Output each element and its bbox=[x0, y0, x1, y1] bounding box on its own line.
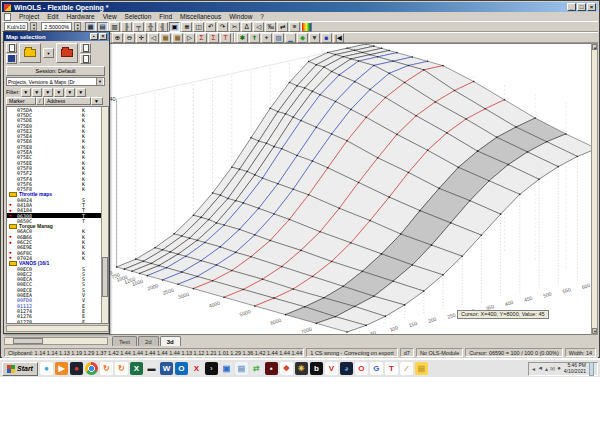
panel-horizontal-scrollbar[interactable] bbox=[6, 325, 109, 332]
menu-item-edit[interactable]: Edit bbox=[43, 13, 62, 20]
menu-item-window[interactable]: Window bbox=[225, 13, 256, 20]
compare-icon[interactable]: ◁ bbox=[253, 22, 264, 32]
taskbar-media-player-icon[interactable]: ▶ bbox=[55, 362, 68, 375]
redo-icon[interactable]: ↷ bbox=[217, 22, 228, 32]
end-icon[interactable]: |◀ bbox=[333, 33, 344, 43]
taskbar-notepad-icon[interactable]: ▤ bbox=[235, 362, 248, 375]
taskbar-opera-icon[interactable]: O bbox=[355, 362, 368, 375]
panel-pin-button[interactable]: ▪ bbox=[90, 33, 98, 40]
view-3d-icon[interactable]: ▤ bbox=[97, 22, 108, 32]
zoom-out-icon[interactable]: ⊖ bbox=[124, 33, 135, 43]
tray-volume-icon[interactable]: ◄ bbox=[537, 365, 543, 372]
menu-item-[interactable]: ? bbox=[256, 13, 268, 20]
panel-title-bar[interactable]: Map selection ▪ × bbox=[4, 32, 109, 41]
taskbar-remote-icon[interactable]: ⇄ bbox=[250, 362, 263, 375]
taskbar-red-v-icon[interactable]: V bbox=[325, 362, 338, 375]
pointer-icon[interactable]: ✛ bbox=[136, 33, 147, 43]
axis-both-icon[interactable]: ╬ bbox=[145, 22, 156, 32]
document-menu-icon[interactable] bbox=[4, 13, 11, 21]
tray-net-icon[interactable]: ◂ bbox=[532, 365, 535, 372]
folder-blue-icon[interactable]: ▨ bbox=[273, 33, 284, 43]
filter-button-2[interactable]: ▼ bbox=[32, 88, 42, 97]
back-icon[interactable]: ◁ bbox=[148, 33, 159, 43]
factor-spinner[interactable]: ▲▼ bbox=[30, 22, 37, 31]
taskbar-red-x-icon[interactable]: X bbox=[190, 362, 203, 375]
maximize-button[interactable]: □ bbox=[577, 3, 586, 11]
menu-item-miscellaneous[interactable]: Miscellaneous bbox=[176, 13, 225, 20]
taskbar-terminal-icon[interactable]: › bbox=[205, 362, 218, 375]
target-icon[interactable]: ✝ bbox=[249, 33, 260, 43]
taskbar-no-entry-icon[interactable]: ● bbox=[70, 362, 83, 375]
zoom-in-icon[interactable]: ⊕ bbox=[112, 33, 123, 43]
map-window-icon[interactable]: ▣ bbox=[169, 22, 180, 32]
camera-icon[interactable]: ▦ bbox=[160, 33, 171, 43]
menu-item-find[interactable]: Find bbox=[155, 13, 176, 20]
tab-3d[interactable]: 3d bbox=[160, 336, 181, 346]
filter-button-3[interactable]: ▼ bbox=[43, 88, 53, 97]
map-list[interactable]: 075DAK075DCK075DEK075E0K075E2K075E4K075E… bbox=[6, 106, 109, 324]
taskbar-blue-swirl-icon[interactable]: ◕ bbox=[340, 362, 353, 375]
menu-item-selection[interactable]: Selection bbox=[121, 13, 156, 20]
columns-icon[interactable]: ◫ bbox=[193, 22, 204, 32]
sigma-icon[interactable]: Σ bbox=[208, 33, 219, 43]
column-address[interactable]: Address bbox=[44, 97, 91, 105]
start-button[interactable]: Start bbox=[2, 362, 38, 376]
chevron-down-icon[interactable]: ▼ bbox=[96, 78, 103, 85]
throttle-map-surface[interactable]: 1400501001502002503003504004505005506006… bbox=[110, 44, 594, 335]
tray-usb-icon[interactable]: ▴ bbox=[545, 365, 548, 372]
open-dropdown-button[interactable]: ▼ bbox=[43, 48, 54, 58]
taskbar-b-circle-icon[interactable]: b bbox=[310, 362, 323, 375]
swap-icon[interactable]: ⇄ bbox=[277, 22, 288, 32]
taskbar-gallery-icon[interactable]: ✳ bbox=[295, 362, 308, 375]
scroll-down-icon[interactable]: ▼ bbox=[592, 328, 597, 334]
taskbar-g-circle-icon[interactable]: G bbox=[370, 362, 383, 375]
multiply-icon[interactable]: ✂ bbox=[229, 22, 240, 32]
taskbar-photos-icon[interactable]: ❖ bbox=[280, 362, 293, 375]
column-sort-icon[interactable]: ▼ bbox=[91, 97, 103, 105]
panel-close-button[interactable]: × bbox=[99, 33, 107, 40]
map-list-icon[interactable]: ≣ bbox=[181, 22, 192, 32]
show-desktop-button[interactable] bbox=[589, 362, 594, 376]
percent-spinner[interactable]: ▲▼ bbox=[74, 22, 81, 31]
combo-icon[interactable]: ▼ bbox=[309, 33, 320, 43]
new-project-button[interactable] bbox=[6, 43, 17, 53]
column-slash[interactable]: / bbox=[36, 97, 44, 105]
filter-button-6[interactable]: ▼ bbox=[76, 88, 86, 97]
export-button[interactable] bbox=[80, 43, 91, 53]
taskbar-swirl-orange2-icon[interactable]: ↻ bbox=[115, 362, 128, 375]
tray-msg-icon[interactable]: ✉ bbox=[550, 365, 555, 372]
axis-left-icon[interactable]: ╟ bbox=[121, 22, 132, 32]
sigma-red-icon[interactable]: Σ bbox=[196, 33, 207, 43]
column-marker[interactable]: Marker bbox=[6, 97, 36, 105]
view-2d-icon[interactable]: ▦ bbox=[85, 22, 96, 32]
delta-icon[interactable]: Δ bbox=[241, 22, 252, 32]
scroll-thumb[interactable] bbox=[102, 257, 108, 297]
taskbar-word-icon[interactable]: W bbox=[160, 362, 173, 375]
close-button[interactable]: × bbox=[587, 3, 596, 11]
axis-right-icon[interactable]: ╢ bbox=[157, 22, 168, 32]
keys-icon[interactable]: ✱ bbox=[237, 33, 248, 43]
taskbar-drop-icon[interactable]: ● bbox=[40, 362, 53, 375]
play-icon[interactable]: ▷ bbox=[184, 33, 195, 43]
taskbar-antenna-icon[interactable]: T bbox=[385, 362, 398, 375]
taskbar-sticky-notes-icon[interactable]: ▤ bbox=[415, 362, 428, 375]
menu-item-project[interactable]: Project bbox=[15, 13, 43, 20]
taskbar-swirl-orange-icon[interactable]: ↻ bbox=[100, 362, 113, 375]
open-project-button[interactable] bbox=[19, 43, 41, 63]
axis-top-icon[interactable]: ╤ bbox=[133, 22, 144, 32]
taskbar-chrome-icon[interactable] bbox=[85, 362, 98, 375]
percent-icon[interactable]: ‰ bbox=[265, 22, 276, 32]
import-file-button[interactable] bbox=[56, 43, 78, 63]
chart-icon[interactable]: ▁ bbox=[285, 33, 296, 43]
percent-field[interactable]: 2.50000% bbox=[41, 22, 72, 31]
scope-dropdown[interactable]: Projects, Versions & Maps (Dr ▼ bbox=[6, 77, 105, 86]
scroll-up-icon[interactable]: ▲ bbox=[592, 44, 597, 50]
tray-app-icon[interactable]: ● bbox=[557, 365, 561, 372]
taskbar-excel-icon[interactable]: X bbox=[130, 362, 143, 375]
menu-item-hardware[interactable]: Hardware bbox=[62, 13, 98, 20]
list-icon[interactable]: ≡ bbox=[289, 22, 300, 32]
filter-button-4[interactable]: ▼ bbox=[54, 88, 64, 97]
taskbar-dark-red-tool-icon[interactable]: ▪ bbox=[265, 362, 278, 375]
taskbar-wrench-icon[interactable]: ⁄ bbox=[400, 362, 413, 375]
save-project-button[interactable] bbox=[6, 54, 17, 64]
